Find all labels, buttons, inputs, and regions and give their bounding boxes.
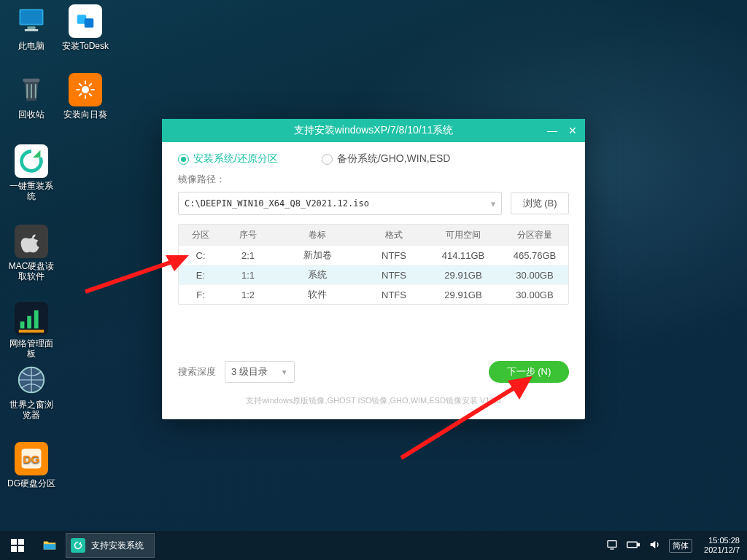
svg-rect-5 — [20, 322, 25, 329]
tray-volume-icon[interactable] — [649, 539, 660, 553]
taskbar-task-installer[interactable]: 支持安装系统 — [66, 533, 155, 558]
next-button[interactable]: 下一步 (N) — [489, 361, 569, 383]
start-button[interactable] — [0, 531, 35, 560]
svg-text:DG: DG — [23, 453, 40, 465]
desktop-icon-label: MAC硬盘读取软件 — [6, 261, 57, 281]
tray-action-center-icon[interactable] — [606, 539, 618, 553]
svg-rect-20 — [18, 539, 24, 545]
table-row[interactable]: C: 2:1 新加卷 NTFS 414.11GB 465.76GB — [179, 245, 568, 265]
desktop-icon-net-panel[interactable]: 网络管理面板 — [6, 302, 57, 359]
taskbar: 支持安装系统 简体 15:05:28 2021/12/7 — [0, 531, 747, 560]
svg-rect-25 — [627, 542, 638, 548]
tray-battery-icon[interactable] — [627, 540, 640, 551]
col-format: 格式 — [361, 229, 427, 241]
tab-install-restore[interactable]: 安装系统/还原分区 — [178, 152, 278, 166]
window-footer: 搜索深度 3 级目录 ▼ 下一步 (N) — [178, 361, 569, 383]
taskbar-task-title: 支持安装系统 — [91, 540, 144, 552]
mode-tabs: 安装系统/还原分区 备份系统/GHO,WIN,ESD — [162, 142, 585, 171]
apple-icon — [15, 225, 48, 258]
tab-label: 安装系统/还原分区 — [193, 152, 278, 166]
svg-rect-23 — [44, 544, 56, 549]
sunflower-icon — [69, 73, 102, 106]
svg-rect-7 — [34, 311, 39, 329]
desktop-icon-dg[interactable]: DG DG硬盘分区 — [6, 442, 57, 489]
col-size: 分区容量 — [500, 229, 570, 241]
radio-dot-icon — [178, 154, 189, 165]
support-text: 支持windows原版镜像,GHOST ISO镜像,GHO,WIM,ESD镜像安… — [162, 395, 585, 406]
todesk-icon — [69, 4, 102, 38]
desktop-icon-browser[interactable]: 世界之窗浏览器 — [6, 363, 57, 420]
table-row[interactable]: F: 1:2 软件 NTFS 29.91GB 30.00GB — [179, 284, 568, 304]
minimize-button[interactable]: — — [544, 122, 560, 139]
tray-date: 2021/12/7 — [704, 545, 740, 555]
col-free: 可用空间 — [427, 229, 500, 241]
image-path-label: 镜像路径： — [162, 171, 585, 192]
tray-clock[interactable]: 15:05:28 2021/12/7 — [704, 536, 740, 555]
image-path-value: C:\DEEPIN_WIN10_X64_Q8_V2021.12.iso — [185, 198, 369, 209]
table-header: 分区 序号 卷标 格式 可用空间 分区容量 — [179, 225, 568, 245]
svg-rect-4 — [23, 79, 40, 82]
radio-dot-icon — [322, 154, 333, 165]
tab-label: 备份系统/GHO,WIN,ESD — [337, 152, 451, 166]
svg-rect-13 — [85, 18, 94, 28]
col-seq: 序号 — [222, 229, 274, 241]
svg-rect-1 — [20, 10, 42, 23]
image-path-combo[interactable]: C:\DEEPIN_WIN10_X64_Q8_V2021.12.iso ▼ — [178, 192, 502, 215]
desktop-icon-label: 安装向日葵 — [60, 109, 111, 120]
desktop-icon-sunflower[interactable]: 安装向日葵 — [60, 73, 111, 120]
svg-rect-6 — [27, 316, 31, 328]
desktop-icon-recycle-bin[interactable]: 回收站 — [6, 73, 57, 120]
desktop-icon-label: 此电脑 — [6, 41, 57, 51]
svg-rect-24 — [608, 540, 616, 547]
col-partition: 分区 — [179, 229, 222, 241]
window-title: 支持安装windowsXP/7/8/10/11系统 — [294, 124, 454, 137]
taskbar-file-explorer[interactable] — [35, 531, 64, 560]
table-row[interactable]: E: 1:1 系统 NTFS 29.91GB 30.00GB — [179, 265, 568, 284]
partition-table: 分区 序号 卷标 格式 可用空间 分区容量 C: 2:1 新加卷 NTFS 41… — [178, 224, 569, 305]
desktop-icon-label: 一键重装系统 — [6, 181, 57, 201]
desktop-icon-label: DG硬盘分区 — [6, 478, 57, 489]
system-tray: 简体 15:05:28 2021/12/7 — [606, 536, 747, 555]
chevron-down-icon: ▼ — [281, 368, 288, 376]
desktop-icon-label: 回收站 — [6, 109, 57, 120]
globe-icon — [15, 363, 48, 397]
desktop-icon-label: 网络管理面板 — [6, 338, 57, 359]
svg-rect-22 — [18, 546, 24, 552]
desktop-icon-label: 世界之窗浏览器 — [6, 400, 57, 420]
browse-button[interactable]: 浏览 (B) — [511, 192, 569, 214]
svg-rect-3 — [25, 29, 38, 31]
svg-rect-19 — [11, 539, 17, 545]
search-depth-select[interactable]: 3 级目录 ▼ — [225, 361, 295, 383]
monitor-icon — [15, 4, 48, 38]
desktop-icon-todesk[interactable]: 安装ToDesk — [60, 4, 111, 51]
desktop-icon-this-pc[interactable]: 此电脑 — [6, 4, 57, 51]
col-label: 卷标 — [274, 229, 361, 241]
svg-rect-21 — [11, 546, 17, 552]
svg-rect-2 — [28, 26, 36, 29]
desktop-icon-mac-disk[interactable]: MAC硬盘读取软件 — [6, 225, 57, 281]
window-titlebar[interactable]: 支持安装windowsXP/7/8/10/11系统 — ✕ — [162, 119, 585, 142]
desktop-icon-label: 安装ToDesk — [60, 41, 111, 51]
bars-icon — [15, 302, 48, 335]
svg-point-14 — [82, 86, 89, 93]
trash-icon — [15, 73, 48, 106]
search-depth-label: 搜索深度 — [178, 365, 216, 378]
app-icon — [71, 538, 85, 553]
desktop-icon-reinstall[interactable]: 一键重装系统 — [6, 144, 57, 201]
chevron-down-icon: ▼ — [491, 200, 495, 208]
svg-rect-26 — [638, 543, 639, 545]
disk-icon: DG — [15, 442, 48, 475]
search-depth-value: 3 级目录 — [231, 365, 268, 378]
tab-backup[interactable]: 备份系统/GHO,WIN,ESD — [322, 152, 451, 166]
close-button[interactable]: ✕ — [565, 122, 581, 139]
svg-rect-8 — [19, 330, 44, 332]
installer-window: 支持安装windowsXP/7/8/10/11系统 — ✕ 安装系统/还原分区 … — [162, 119, 585, 419]
tray-time: 15:05:28 — [704, 536, 740, 545]
refresh-icon — [15, 144, 48, 178]
tray-ime[interactable]: 简体 — [669, 539, 692, 553]
